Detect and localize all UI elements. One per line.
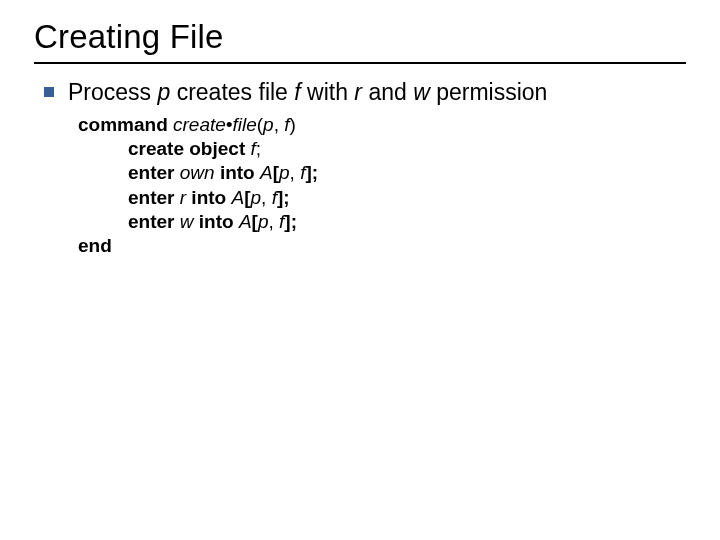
paren-close: ) [290, 114, 296, 135]
square-bullet-icon [44, 87, 54, 97]
val-own: own [180, 162, 215, 183]
idx-p: p [258, 211, 269, 232]
code-line-1: command create•file(p, f) [78, 113, 686, 137]
kw-end: end [78, 235, 112, 256]
fn-name: create•file [168, 114, 257, 135]
semicolon: ; [256, 138, 261, 159]
arr-A: A [231, 187, 244, 208]
kw-enter: enter [128, 187, 180, 208]
kw-command: command [78, 114, 168, 135]
bracket-close: ]; [277, 187, 290, 208]
arg-p: p [263, 114, 274, 135]
text: with [301, 79, 355, 105]
code-block: command create•file(p, f) create object … [78, 113, 686, 259]
kw-into: into [215, 162, 260, 183]
code-line-5: enter w into A[p, f]; [78, 210, 686, 234]
slide-title: Creating File [34, 18, 686, 64]
var-w: w [413, 79, 430, 105]
kw-enter: enter [128, 211, 180, 232]
bracket-close: ]; [284, 211, 297, 232]
code-line-4: enter r into A[p, f]; [78, 186, 686, 210]
var-r: r [354, 79, 362, 105]
sep: , [290, 162, 301, 183]
val-w: w [180, 211, 194, 232]
kw-create-object: create object [128, 138, 251, 159]
kw-into: into [193, 211, 238, 232]
arr-A: A [239, 211, 252, 232]
bracket-close: ]; [305, 162, 318, 183]
kw-enter: enter [128, 162, 180, 183]
code-line-6: end [78, 234, 686, 258]
sep: , [261, 187, 272, 208]
idx-p: p [250, 187, 261, 208]
code-line-3: enter own into A[p, f]; [78, 161, 686, 185]
sep: , [274, 114, 285, 135]
sep: , [268, 211, 279, 232]
slide: Creating File Process p creates file f w… [0, 0, 720, 540]
bullet-text: Process p creates file f with r and w pe… [68, 78, 547, 107]
arr-A: A [260, 162, 273, 183]
bullet-item: Process p creates file f with r and w pe… [44, 78, 686, 107]
code-line-2: create object f; [78, 137, 686, 161]
idx-p: p [279, 162, 290, 183]
text: Process [68, 79, 157, 105]
var-p: p [157, 79, 170, 105]
text: permission [430, 79, 548, 105]
kw-into: into [186, 187, 231, 208]
text: and [362, 79, 413, 105]
slide-body: Process p creates file f with r and w pe… [34, 78, 686, 259]
text: creates file [170, 79, 294, 105]
